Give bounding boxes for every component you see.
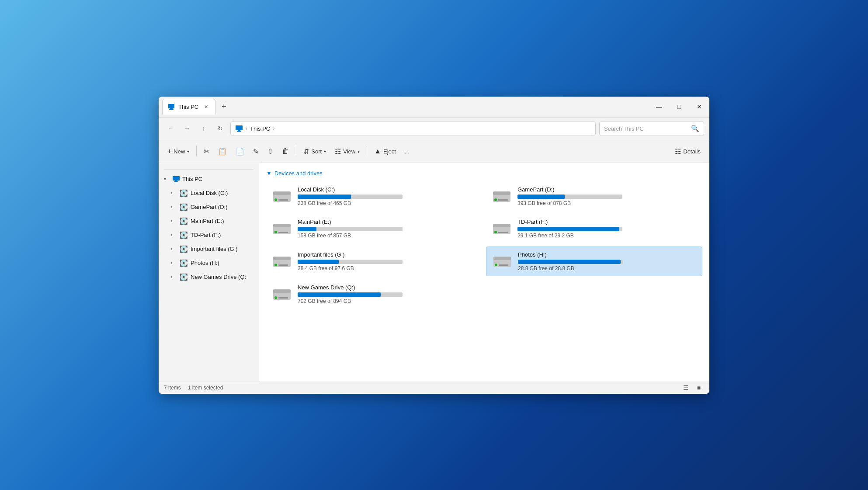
status-bar: 7 items 1 item selected ☰ ■ [159,382,709,394]
drive-item-2[interactable]: MainPart (E:)158 GB free of 857 GB [266,214,483,243]
file-explorer-window: This PC ✕ + — □ ✕ ← → ↑ ↻ › This PC › Se [159,97,709,394]
drive-bar-bg-5 [518,260,623,264]
sidebar-top-divider [164,169,253,170]
sidebar-item-e[interactable]: › 💽 MainPart (E:) [159,214,259,228]
drive-info-4: Important files (G:)38.4 GB free of 97.6… [298,251,477,271]
new-tab-button[interactable]: + [217,100,230,113]
drive-item-6[interactable]: New Games Drive (Q:)702 GB free of 894 G… [266,280,483,309]
drive-item-1[interactable]: GamePart (D:)393 GB free of 878 GB [486,182,702,211]
hdd-svg-6 [271,285,292,303]
window-controls: — □ ✕ [649,97,709,117]
share-button[interactable]: ⇧ [264,144,277,159]
more-button[interactable]: ... [401,144,413,159]
drive-icon-4 [271,252,292,271]
list-view-button[interactable]: ☰ [681,382,691,393]
close-button[interactable]: ✕ [689,97,709,117]
more-label: ... [405,148,410,155]
back-button[interactable]: ← [164,122,177,135]
svg-rect-14 [493,191,510,195]
drive-icon-1 [491,187,512,205]
sidebar-item-h[interactable]: › 💽 Photos (H:) [159,256,259,270]
hdd-svg-0 [271,187,292,205]
drive-item-0[interactable]: Local Disk (C:)238 GB free of 465 GB [266,182,483,211]
drive-name-5: Photos (H:) [518,251,697,258]
svg-rect-7 [175,181,177,181]
sidebar-c-label: Local Disk (C:) [191,190,228,196]
sidebar-item-d[interactable]: › 💽 GamePart (D:) [159,200,259,214]
svg-point-27 [274,264,277,266]
active-tab[interactable]: This PC ✕ [162,99,215,115]
sidebar-e-label: MainPart (E:) [191,218,224,224]
address-path-text: This PC [250,125,270,132]
svg-rect-22 [493,224,510,227]
search-box[interactable]: Search This PC 🔍 [599,121,704,136]
drive-bar-fill-1 [517,195,565,199]
drive-d-icon: 💽 [180,203,188,211]
drive-e-icon: 💽 [180,217,188,225]
new-button[interactable]: + New ▾ [164,144,193,159]
this-pc-label: This PC [182,176,202,182]
tiles-view-button[interactable]: ■ [694,382,704,393]
toolbar-sep-2 [296,146,296,156]
sort-button[interactable]: ⇵ Sort ▾ [300,144,330,159]
drive-bar-bg-0 [298,195,403,199]
svg-rect-26 [273,257,291,260]
drive-bar-fill-0 [298,195,351,199]
rename-button[interactable]: ✎ [250,144,262,159]
hdd-svg-2 [271,219,292,238]
drive-space-1: 393 GB free of 878 GB [517,200,697,206]
sidebar-item-c[interactable]: › 💽 Local Disk (C:) [159,186,259,200]
sidebar-h-label: Photos (H:) [191,260,219,266]
svg-rect-24 [498,232,508,233]
svg-rect-1 [170,108,173,109]
tab-close-button[interactable]: ✕ [202,103,210,111]
eject-button[interactable]: ▲ Eject [371,144,399,159]
drive-q-icon: 💽 [180,273,188,281]
drive-info-3: TD-Part (F:)29.1 GB free of 29.2 GB [517,219,697,239]
drive-name-2: MainPart (E:) [298,219,477,225]
sidebar-item-f[interactable]: › 💽 TD-Part (F:) [159,228,259,242]
drives-grid: Local Disk (C:)238 GB free of 465 GB Gam… [266,182,702,309]
up-button[interactable]: ↑ [197,122,210,135]
drive-name-4: Important files (G:) [298,251,477,258]
sidebar-q-label: New Games Drive (Q: [191,274,246,280]
sidebar-item-this-pc[interactable]: ▾ This PC [159,172,259,186]
sidebar-item-q[interactable]: › 💽 New Games Drive (Q: [159,270,259,284]
view-dropdown-icon: ▾ [358,149,360,154]
tab-area: This PC ✕ + [159,97,649,117]
chevron-right-icon-g: › [171,247,177,251]
delete-button[interactable]: 🗑 [278,144,292,159]
toolbar-sep-3 [367,146,367,156]
sidebar-item-g[interactable]: › 💽 Important files (G:) [159,242,259,256]
pc-sidebar-icon [173,176,180,182]
cut-button[interactable]: ✄ [200,144,213,159]
maximize-button[interactable]: □ [669,97,689,117]
forward-button[interactable]: → [181,122,194,135]
toolbar-sep-1 [196,146,197,156]
refresh-button[interactable]: ↻ [214,122,227,135]
drive-item-5[interactable]: Photos (H:)28.8 GB free of 28.8 GB [486,247,702,276]
drive-bar-fill-5 [518,260,621,264]
pc-icon [168,104,175,111]
svg-rect-16 [498,199,508,201]
drive-item-3[interactable]: TD-Part (F:)29.1 GB free of 29.2 GB [486,214,702,243]
address-path[interactable]: › This PC › [230,121,596,136]
svg-rect-34 [273,289,291,293]
drive-info-5: Photos (H:)28.8 GB free of 28.8 GB [518,251,697,271]
copy-button[interactable]: 📋 [215,144,230,159]
drive-info-1: GamePart (D:)393 GB free of 878 GB [517,186,697,206]
new-label: New [174,148,185,155]
drive-item-4[interactable]: Important files (G:)38.4 GB free of 97.6… [266,247,483,276]
rename-icon: ✎ [253,147,259,156]
toolbar: + New ▾ ✄ 📋 📄 ✎ ⇧ 🗑 ⇵ Sort ▾ ☷ [159,140,709,163]
section-header[interactable]: ▼ Devices and drives [266,170,702,177]
view-button[interactable]: ☷ View ▾ [331,144,363,159]
drive-c-icon: 💽 [180,189,188,197]
paste-button[interactable]: 📄 [232,144,248,159]
minimize-button[interactable]: — [649,97,669,117]
drive-icon-3 [491,219,512,238]
svg-rect-0 [168,104,174,108]
details-button[interactable]: ☷ Details [671,144,704,159]
sidebar-g-label: Important files (G:) [191,246,238,252]
hdd-svg-3 [491,219,512,238]
